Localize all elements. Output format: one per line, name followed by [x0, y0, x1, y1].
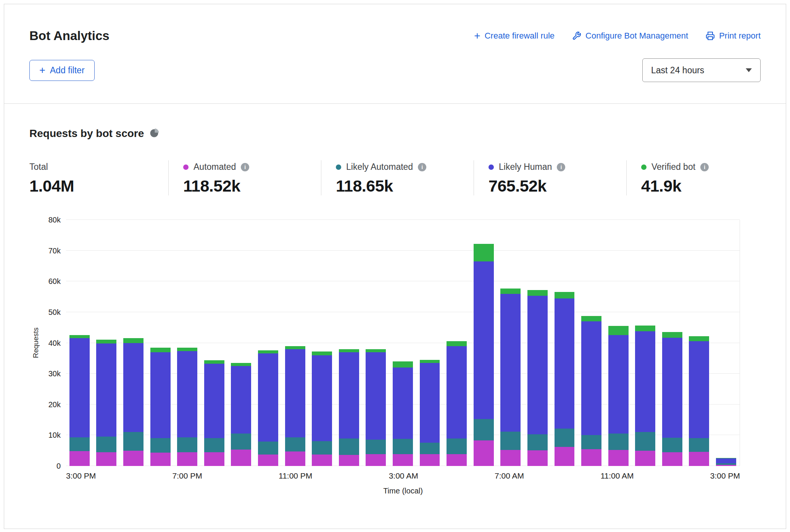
- bar-segment-likely-automated[interactable]: [366, 440, 386, 454]
- bar-segment-verified-bot[interactable]: [150, 348, 171, 352]
- bar-segment-likely-automated[interactable]: [123, 432, 143, 450]
- bar-segment-likely-human[interactable]: [150, 352, 171, 438]
- stacked-bar[interactable]: [204, 220, 224, 466]
- bar-segment-likely-human[interactable]: [177, 351, 197, 437]
- bar-segment-likely-automated[interactable]: [177, 437, 197, 452]
- info-icon[interactable]: [557, 163, 565, 171]
- bar-segment-verified-bot[interactable]: [366, 349, 386, 352]
- bar-segment-automated[interactable]: [96, 452, 116, 466]
- stacked-bar[interactable]: [555, 220, 575, 466]
- stacked-bar[interactable]: [608, 220, 629, 466]
- create-firewall-rule-link[interactable]: + Create firewall rule: [474, 31, 555, 41]
- bar-segment-verified-bot[interactable]: [204, 360, 224, 363]
- stacked-bar[interactable]: [231, 220, 251, 466]
- bar-segment-likely-automated[interactable]: [204, 438, 224, 452]
- bar-segment-verified-bot[interactable]: [474, 244, 494, 261]
- bar-segment-likely-human[interactable]: [527, 296, 548, 434]
- bar-segment-likely-human[interactable]: [204, 364, 224, 438]
- bar-segment-automated[interactable]: [635, 451, 655, 466]
- stacked-bar[interactable]: [96, 220, 116, 466]
- bar-segment-automated[interactable]: [204, 452, 224, 466]
- bar-segment-likely-automated[interactable]: [689, 438, 709, 451]
- bar-segment-verified-bot[interactable]: [231, 363, 251, 366]
- bar-segment-likely-human[interactable]: [555, 298, 575, 429]
- stacked-bar[interactable]: [285, 220, 305, 466]
- bar-segment-verified-bot[interactable]: [312, 351, 332, 355]
- bar-segment-verified-bot[interactable]: [123, 338, 143, 343]
- bar-segment-automated[interactable]: [312, 455, 332, 466]
- stacked-bar[interactable]: [635, 220, 655, 466]
- bar-segment-likely-human[interactable]: [96, 343, 116, 437]
- bar-segment-automated[interactable]: [500, 450, 521, 466]
- bar-segment-automated[interactable]: [420, 454, 440, 466]
- bar-segment-likely-human[interactable]: [662, 338, 682, 438]
- bar-segment-likely-human[interactable]: [420, 363, 440, 443]
- bar-segment-verified-bot[interactable]: [177, 348, 197, 351]
- bar-segment-verified-bot[interactable]: [339, 349, 359, 352]
- stacked-bar[interactable]: [123, 220, 143, 466]
- bar-segment-likely-automated[interactable]: [339, 438, 359, 455]
- stacked-bar[interactable]: [339, 220, 359, 466]
- bar-segment-automated[interactable]: [123, 451, 143, 466]
- bar-segment-likely-automated[interactable]: [69, 437, 90, 451]
- bar-segment-likely-human[interactable]: [635, 331, 655, 432]
- bar-segment-likely-human[interactable]: [258, 353, 278, 442]
- bar-segment-likely-automated[interactable]: [258, 442, 278, 455]
- bar-segment-likely-human[interactable]: [69, 338, 90, 437]
- bar-segment-verified-bot[interactable]: [635, 326, 655, 331]
- bar-segment-automated[interactable]: [177, 452, 197, 466]
- stacked-bar[interactable]: [69, 220, 90, 466]
- stacked-bar[interactable]: [177, 220, 197, 466]
- bar-segment-verified-bot[interactable]: [608, 326, 629, 335]
- stacked-bar[interactable]: [312, 220, 332, 466]
- bar-segment-likely-automated[interactable]: [393, 439, 413, 454]
- add-filter-button[interactable]: + Add filter: [29, 60, 95, 81]
- bar-segment-automated[interactable]: [447, 454, 467, 466]
- bar-segment-likely-human[interactable]: [366, 352, 386, 440]
- stacked-bar[interactable]: [150, 220, 171, 466]
- bar-segment-likely-human[interactable]: [608, 335, 629, 434]
- stacked-bar[interactable]: [393, 220, 413, 466]
- bar-segment-likely-human[interactable]: [689, 341, 709, 438]
- bar-segment-automated[interactable]: [608, 450, 629, 466]
- bar-segment-verified-bot[interactable]: [527, 290, 548, 296]
- bar-segment-likely-human[interactable]: [123, 343, 143, 432]
- bar-segment-likely-automated[interactable]: [474, 419, 494, 440]
- bar-segment-verified-bot[interactable]: [500, 289, 521, 294]
- bar-segment-automated[interactable]: [339, 455, 359, 466]
- configure-bot-management-link[interactable]: Configure Bot Management: [572, 31, 688, 41]
- bar-segment-automated[interactable]: [393, 454, 413, 466]
- stacked-bar[interactable]: [581, 220, 601, 466]
- stacked-bar[interactable]: [716, 220, 736, 466]
- bar-segment-automated[interactable]: [150, 453, 171, 466]
- stacked-bar[interactable]: [258, 220, 278, 466]
- bar-segment-verified-bot[interactable]: [662, 332, 682, 338]
- stacked-bar[interactable]: [662, 220, 682, 466]
- info-icon[interactable]: [241, 163, 249, 171]
- bar-segment-automated[interactable]: [581, 449, 601, 466]
- stacked-bar[interactable]: [689, 220, 709, 466]
- bar-segment-automated[interactable]: [69, 451, 90, 466]
- bar-segment-verified-bot[interactable]: [69, 335, 90, 338]
- stacked-bar[interactable]: [527, 220, 548, 466]
- bar-segment-automated[interactable]: [689, 452, 709, 466]
- bar-segment-verified-bot[interactable]: [285, 346, 305, 349]
- bar-segment-automated[interactable]: [527, 450, 548, 466]
- bar-segment-automated[interactable]: [258, 455, 278, 466]
- bar-segment-likely-human[interactable]: [312, 355, 332, 441]
- bar-segment-verified-bot[interactable]: [447, 341, 467, 346]
- bar-segment-likely-human[interactable]: [393, 368, 413, 439]
- bar-segment-likely-automated[interactable]: [635, 432, 655, 450]
- bar-segment-likely-human[interactable]: [581, 321, 601, 435]
- bar-segment-likely-automated[interactable]: [312, 441, 332, 455]
- bar-segment-likely-automated[interactable]: [447, 438, 467, 454]
- bar-segment-verified-bot[interactable]: [393, 361, 413, 368]
- stacked-bar[interactable]: [500, 220, 521, 466]
- bar-segment-likely-automated[interactable]: [96, 437, 116, 452]
- bar-segment-verified-bot[interactable]: [581, 316, 601, 322]
- bar-segment-automated[interactable]: [555, 447, 575, 466]
- bar-segment-likely-automated[interactable]: [555, 429, 575, 447]
- bar-segment-automated[interactable]: [474, 440, 494, 466]
- bar-segment-verified-bot[interactable]: [258, 350, 278, 353]
- stacked-bar[interactable]: [474, 220, 494, 466]
